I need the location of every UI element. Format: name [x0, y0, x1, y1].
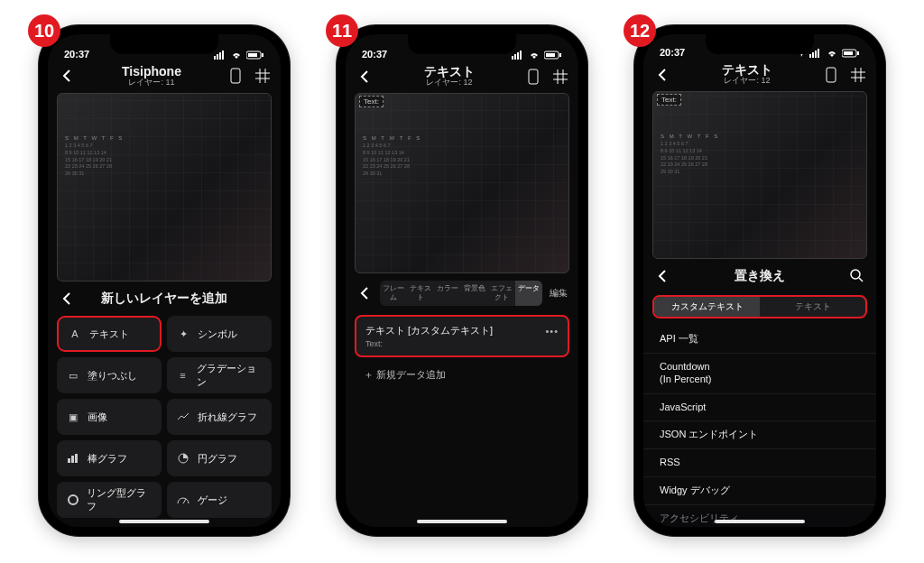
page-title: テキスト	[678, 63, 817, 77]
tile-piechart[interactable]: 円グラフ	[167, 440, 272, 476]
notch	[408, 34, 516, 54]
search-icon[interactable]	[849, 268, 865, 284]
tile-label: リング型グラフ	[87, 486, 152, 513]
ringchart-icon	[66, 493, 79, 507]
more-icon[interactable]: •••	[545, 326, 559, 337]
panel-title: 置き換え	[678, 268, 842, 284]
svg-rect-0	[214, 56, 216, 60]
home-indicator[interactable]	[417, 520, 507, 523]
data-souce-item[interactable]: テキスト [カスタムテキスト] Text: •••	[355, 315, 569, 357]
svg-rect-20	[559, 53, 561, 57]
tab-data[interactable]: データ	[515, 281, 542, 306]
canvas-preview[interactable]: S M T W T F S 1 2 3 4 5 6 78 9 10 11 12 …	[57, 93, 272, 282]
list-item[interactable]: API 一覧	[643, 326, 876, 354]
grid-icon[interactable]	[254, 67, 272, 85]
tile-gradient[interactable]: ≡グラデーション	[167, 357, 272, 393]
list-item[interactable]: Widgy デバッグ	[643, 477, 876, 505]
list-item[interactable]: Countdown (In Percent)	[643, 354, 876, 394]
back-button[interactable]	[652, 65, 672, 85]
panel-back-button[interactable]	[59, 291, 75, 307]
signal-icon	[512, 51, 524, 60]
tile-label: テキスト	[89, 328, 129, 341]
svg-rect-29	[827, 68, 836, 82]
svg-rect-7	[231, 69, 240, 83]
list-item[interactable]: JavaScript	[643, 394, 876, 422]
svg-rect-21	[529, 69, 538, 84]
seg-custom-text[interactable]: カスタムテキスト	[654, 297, 760, 317]
seg-text[interactable]: テキスト	[760, 297, 865, 317]
svg-rect-8	[68, 458, 70, 463]
svg-rect-6	[262, 53, 263, 57]
tile-label: 塗りつぶし	[88, 369, 137, 383]
data-source-list: API 一覧 Countdown (In Percent) JavaScript…	[643, 322, 876, 527]
tile-text[interactable]: Aテキスト	[57, 316, 162, 352]
canvas-weekday-row: S M T W T F S	[363, 135, 561, 141]
tile-barchart[interactable]: 棒グラフ	[57, 440, 162, 476]
tile-fill[interactable]: ▭塗りつぶし	[57, 357, 162, 393]
home-indicator[interactable]	[119, 520, 209, 523]
tab-text[interactable]: テキスト	[407, 281, 434, 306]
tile-ringchart[interactable]: リング型グラフ	[57, 482, 162, 518]
svg-rect-25	[818, 49, 819, 58]
canvas-calendar-grid: 1 2 3 4 5 6 78 9 10 11 12 13 1415 16 17 …	[65, 143, 263, 177]
edit-button[interactable]: 編集	[548, 287, 569, 300]
status-time: 20:37	[660, 47, 685, 58]
tile-label: 円グラフ	[198, 452, 237, 466]
battery-icon	[544, 51, 562, 60]
signal-icon	[214, 51, 226, 60]
svg-rect-3	[222, 51, 224, 60]
wifi-icon	[826, 49, 838, 58]
tile-label: グラデーション	[197, 362, 263, 389]
tile-linechart[interactable]: 折れ線グラフ	[167, 399, 272, 435]
replace-mode-segment: カスタムテキスト テキスト	[652, 295, 867, 318]
home-indicator[interactable]	[715, 520, 805, 523]
phone-preview-icon[interactable]	[524, 68, 542, 86]
canvas-weekday-row: S M T W T F S	[661, 134, 859, 139]
tile-label: シンボル	[198, 328, 237, 341]
panel-back-button[interactable]	[654, 268, 670, 284]
list-item[interactable]: RSS	[643, 449, 876, 477]
svg-rect-17	[520, 51, 522, 60]
canvas-preview[interactable]: Text: S M T W T F S 1 2 3 4 5 6 78 9 10 …	[652, 91, 867, 259]
svg-line-31	[859, 278, 863, 282]
tile-image[interactable]: ▣画像	[57, 399, 162, 435]
svg-rect-10	[75, 454, 78, 463]
tile-gauge[interactable]: ゲージ	[167, 482, 272, 518]
canvas-calendar-grid: 1 2 3 4 5 6 78 9 10 11 12 13 1415 16 17 …	[363, 143, 561, 177]
tile-label: 棒グラフ	[88, 452, 127, 466]
svg-rect-9	[71, 456, 74, 463]
add-new-data-button[interactable]: ＋ 新規データ追加	[355, 361, 569, 389]
canvas-calendar-grid: 1 2 3 4 5 6 78 9 10 11 12 13 1415 16 17 …	[661, 141, 859, 175]
list-item[interactable]: アクセシビリティ	[643, 505, 876, 527]
tab-effect[interactable]: エフェクト	[488, 281, 515, 306]
gradient-icon: ≡	[176, 368, 189, 383]
grid-icon[interactable]	[849, 66, 867, 84]
svg-rect-24	[815, 51, 817, 58]
page-subtitle: レイヤー: 12	[380, 78, 519, 88]
layer-type-grid: Aテキスト ✦シンボル ▭塗りつぶし ≡グラデーション ▣画像 折れ線グラフ 棒…	[48, 312, 281, 527]
svg-rect-23	[812, 52, 814, 58]
wifi-icon	[528, 51, 541, 60]
back-button[interactable]	[355, 67, 374, 87]
tile-symbol[interactable]: ✦シンボル	[167, 316, 272, 352]
page-title: Tisiphone	[82, 65, 221, 78]
svg-rect-14	[512, 56, 513, 60]
phone-frame: 20:37 テキスト レイヤー: 12	[337, 25, 587, 536]
tab-bgcolor[interactable]: 背景色	[461, 281, 488, 306]
svg-rect-22	[809, 54, 811, 58]
svg-point-30	[851, 270, 860, 279]
tab-frame[interactable]: フレーム	[380, 281, 407, 306]
svg-line-13	[183, 499, 186, 503]
panel-back-button[interactable]	[355, 283, 374, 303]
canvas-preview[interactable]: Text: S M T W T F S 1 2 3 4 5 6 78 9 10 …	[355, 93, 569, 273]
grid-icon[interactable]	[551, 68, 569, 86]
svg-point-12	[69, 495, 78, 504]
back-button[interactable]	[57, 66, 77, 86]
phone-preview-icon[interactable]	[822, 66, 840, 84]
data-item-subtitle: Text:	[365, 339, 559, 348]
phone-preview-icon[interactable]	[226, 67, 245, 85]
step-badge-10: 10	[28, 14, 60, 47]
tab-color[interactable]: カラー	[434, 281, 461, 306]
list-item[interactable]: JSON エンドポイント	[643, 421, 876, 449]
svg-rect-15	[514, 54, 516, 60]
